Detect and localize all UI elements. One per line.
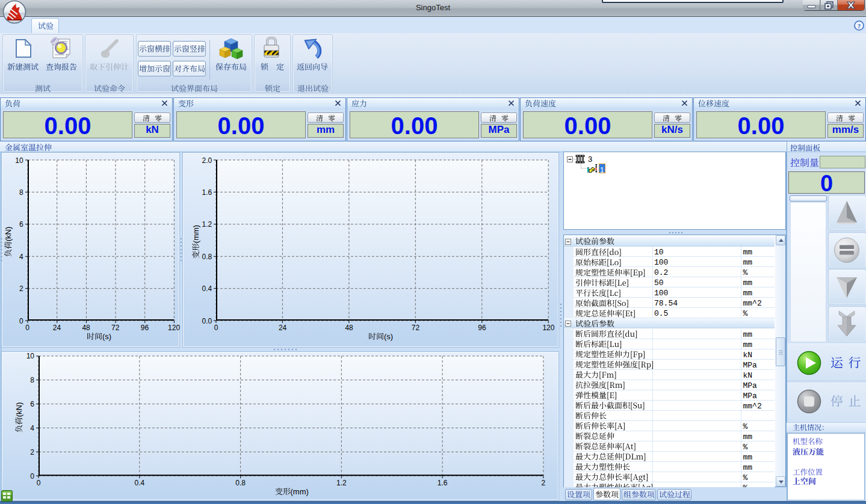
svg-text:?: ?: [858, 22, 861, 29]
